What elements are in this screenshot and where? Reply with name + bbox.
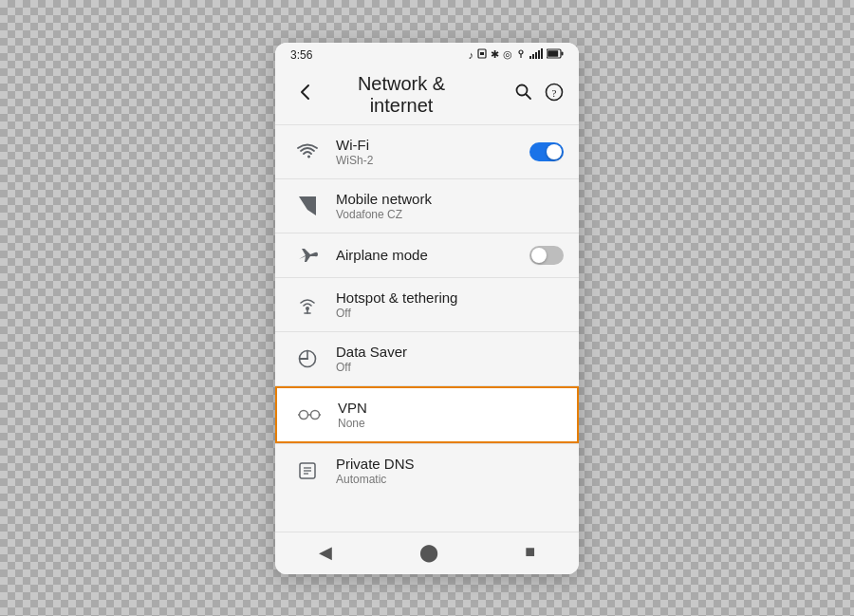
status-icons: ♪ ✱ ◎ [469, 48, 565, 61]
mobile-item[interactable]: Mobile network Vodafone CZ [275, 179, 579, 233]
hotspot-text: Hotspot & tethering Off [336, 289, 457, 320]
datasaver-title: Data Saver [336, 344, 407, 360]
privatedns-text: Private DNS Automatic [336, 456, 415, 486]
bluetooth-icon: ✱ [491, 48, 499, 61]
privatedns-title: Private DNS [336, 456, 415, 472]
location-icon [516, 48, 526, 61]
hotspot-icon [290, 294, 325, 315]
battery-icon [547, 48, 564, 61]
mobile-icon [290, 196, 325, 215]
svg-rect-9 [562, 52, 564, 56]
search-button[interactable] [514, 83, 533, 106]
datasaver-item[interactable]: Data Saver Off [275, 332, 579, 385]
dns-icon [290, 460, 325, 481]
wifi-toggle-knob [547, 144, 562, 159]
airplane-item[interactable]: Airplane mode [275, 233, 579, 277]
svg-rect-1 [480, 52, 484, 55]
phone-frame: 3:56 ♪ ✱ ◎ [275, 43, 579, 574]
wifi-text: Wi-Fi WiSh-2 [336, 137, 373, 167]
datasaver-subtitle: Off [336, 361, 407, 374]
svg-marker-15 [299, 196, 316, 215]
svg-point-2 [519, 50, 523, 54]
svg-rect-6 [538, 50, 540, 59]
svg-rect-4 [532, 54, 534, 59]
wifi-item[interactable]: Wi-Fi WiSh-2 [275, 125, 579, 178]
wifi-toggle[interactable] [529, 142, 564, 161]
svg-rect-10 [548, 50, 558, 57]
settings-list: Wi-Fi WiSh-2 Mobile network Vodafone CZ [275, 125, 579, 532]
top-bar: Network & internet ? [275, 65, 579, 124]
mobile-title: Mobile network [336, 191, 432, 207]
status-time: 3:56 [290, 48, 312, 62]
svg-point-19 [311, 410, 320, 419]
svg-text:?: ? [552, 87, 557, 99]
airplane-toggle-switch[interactable] [529, 246, 564, 265]
bottom-nav: ◀ ⬤ ■ [275, 532, 579, 574]
airplane-title: Airplane mode [336, 247, 428, 263]
sim-icon [477, 48, 487, 61]
signal-status-icon [529, 48, 543, 61]
help-button[interactable]: ? [545, 83, 564, 106]
airplane-toggle-knob [531, 248, 547, 263]
top-actions: ? [514, 83, 564, 106]
home-nav-button[interactable]: ⬤ [419, 542, 438, 563]
vpn-icon [292, 408, 326, 421]
svg-rect-7 [541, 48, 543, 59]
mobile-text: Mobile network Vodafone CZ [336, 191, 432, 221]
screen-title: Network & internet [326, 73, 476, 117]
svg-rect-5 [535, 52, 537, 59]
back-button[interactable] [290, 78, 319, 111]
airplane-toggle[interactable] [529, 246, 564, 265]
vpn-title: VPN [338, 400, 367, 416]
music-icon: ♪ [469, 49, 474, 61]
airplane-icon [290, 245, 325, 266]
datasaver-icon [290, 348, 325, 369]
svg-rect-3 [529, 56, 531, 59]
wifi-toggle-switch[interactable] [529, 142, 564, 161]
wifi-subtitle: WiSh-2 [336, 154, 373, 167]
back-nav-button[interactable]: ◀ [319, 542, 332, 563]
svg-point-11 [517, 85, 528, 96]
airplane-text: Airplane mode [336, 247, 428, 263]
hotspot-title: Hotspot & tethering [336, 289, 457, 306]
hotspot-item[interactable]: Hotspot & tethering Off [275, 278, 579, 331]
privatedns-item[interactable]: Private DNS Automatic [275, 444, 579, 497]
wifi-title: Wi-Fi [336, 137, 373, 153]
mobile-subtitle: Vodafone CZ [336, 208, 432, 221]
svg-point-18 [300, 410, 308, 419]
svg-line-12 [527, 95, 531, 100]
privatedns-subtitle: Automatic [336, 473, 415, 486]
vpn-text: VPN None [338, 400, 367, 430]
vpn-subtitle: None [338, 417, 367, 430]
vpn-item[interactable]: VPN None [275, 386, 579, 443]
recent-nav-button[interactable]: ■ [525, 542, 535, 562]
hotspot-subtitle: Off [336, 307, 457, 320]
status-bar: 3:56 ♪ ✱ ◎ [275, 43, 579, 65]
datasaver-text: Data Saver Off [336, 344, 407, 374]
eye-icon: ◎ [503, 48, 512, 61]
wifi-icon [290, 143, 325, 160]
